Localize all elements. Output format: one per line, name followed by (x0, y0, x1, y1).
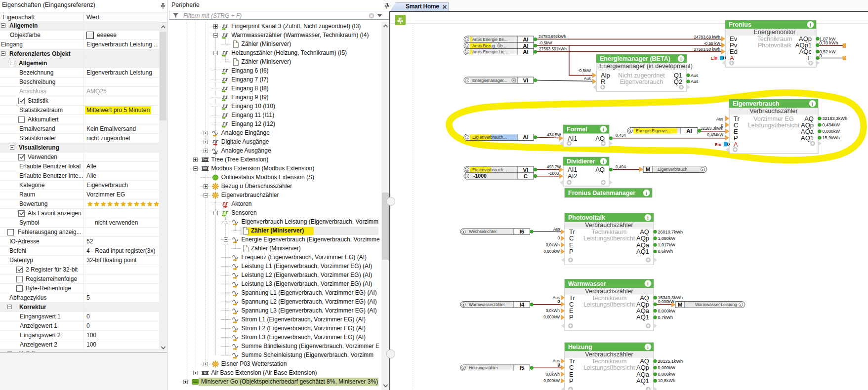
svg-text:Energiemonitor: Energiemonitor (754, 29, 796, 36)
svg-text:Fronius Datenmanager: Fronius Datenmanager (568, 190, 635, 196)
svg-text:0,434kW: 0,434kW (707, 132, 723, 137)
svg-text:Warmwasser: Warmwasser (568, 280, 606, 287)
svg-text:Verbrauchszähler: Verbrauchszähler (585, 222, 633, 229)
svg-text:i: i (467, 168, 468, 172)
svg-text:Leistungsübersicht: Leistungsübersicht (583, 364, 635, 371)
svg-text:P: P (569, 248, 574, 255)
svg-text:10,8kWh: 10,8kWh (658, 378, 676, 383)
svg-text:24783,692kWh: 24783,692kWh (538, 34, 566, 39)
svg-text:-493,7W: -493,7W (545, 164, 561, 169)
svg-text:Warmwasserzähler: Warmwasserzähler (469, 302, 505, 307)
svg-text:26010,7kWh: 26010,7kWh (658, 230, 683, 234)
svg-text:i: i (647, 215, 649, 221)
svg-text:24783,69 kWh: 24783,69 kWh (694, 35, 720, 39)
svg-text:Verbrauchszähler: Verbrauchszähler (585, 288, 633, 295)
svg-text:0,000kW: 0,000kW (658, 299, 674, 304)
svg-text:Photovoltaik: Photovoltaik (568, 214, 605, 221)
svg-text:Eig enverbrauch...: Eig enverbrauch... (472, 167, 507, 172)
svg-text:0,434kW: 0,434kW (823, 122, 840, 127)
svg-text:i: i (467, 50, 468, 54)
svg-text:C: C (524, 173, 528, 179)
svg-text:AI2: AI2 (568, 172, 578, 180)
svg-text:i: i (467, 44, 468, 48)
svg-text:Energiemanager...: Energiemanager... (472, 78, 507, 83)
svg-text:0,000kW: 0,000kW (543, 378, 560, 383)
svg-text:0,000kW: 0,000kW (543, 249, 560, 254)
svg-text:Aus: Aus (553, 227, 560, 232)
svg-text:Wechselrichter: Wechselrichter (469, 229, 497, 234)
svg-text:Verbrauchszähler: Verbrauchszähler (585, 351, 633, 358)
svg-text:27563,501kWh: 27563,501kWh (539, 46, 567, 51)
svg-text:Energiemanager (BETA): Energiemanager (BETA) (600, 55, 670, 62)
svg-text:i: i (703, 168, 703, 172)
svg-text:i: i (680, 56, 682, 62)
svg-text:Energie Eigenve...: Energie Eigenve... (636, 128, 670, 133)
svg-text:0,7kWh: 0,7kWh (658, 315, 673, 320)
svg-text:Fronius: Fronius (729, 21, 751, 28)
svg-text:M: M (646, 166, 651, 172)
svg-text:Heizungszähler: Heizungszähler (469, 365, 498, 370)
svg-text:Verbrauchszähler: Verbrauchszähler (749, 108, 797, 115)
svg-text:i: i (467, 78, 468, 82)
svg-text:Leistungsübersicht: Leistungsübersicht (583, 301, 635, 308)
svg-text:i: i (741, 303, 742, 307)
svg-text:Aus: Aus (691, 79, 699, 84)
svg-text:-0,5kW: -0,5kW (578, 68, 591, 73)
svg-text:i: i (467, 174, 468, 178)
svg-text:27563,50 kWh: 27563,50 kWh (694, 47, 720, 52)
svg-text:0,0kWh: 0,0kWh (546, 308, 560, 313)
svg-text:32183,3kWh: 32183,3kWh (700, 126, 723, 131)
svg-text:1,080kW: 1,080kW (658, 236, 676, 241)
svg-text:1,017kW: 1,017kW (658, 242, 676, 247)
svg-text:Tree: Tree (203, 158, 208, 161)
svg-text:i: i (467, 38, 468, 41)
svg-text:AQ: AQ (595, 135, 605, 142)
svg-text:VI: VI (523, 167, 529, 173)
svg-text:Ein: Ein (715, 142, 721, 147)
svg-text:0,52 kW: 0,52 kW (820, 49, 836, 54)
svg-text:0,6kWh: 0,6kWh (658, 249, 673, 254)
svg-text:28125,1kWh: 28125,1kWh (658, 359, 683, 364)
svg-text:I4: I4 (519, 302, 524, 308)
svg-text:i: i (810, 22, 811, 28)
svg-text:Amis Energie Lie...: Amis Energie Lie... (472, 49, 508, 54)
svg-text:i: i (603, 159, 604, 164)
svg-text:-1000: -1000 (473, 173, 487, 179)
svg-text:Q2: Q2 (674, 78, 682, 85)
svg-text:Dividierer: Dividierer (567, 158, 595, 165)
svg-text:R: R (601, 78, 605, 85)
svg-text:Eigenverbrauch: Eigenverbrauch (658, 167, 687, 172)
svg-text:Amis Energie Be...: Amis Energie Be... (472, 37, 507, 42)
svg-text:I6: I6 (519, 229, 524, 234)
svg-text:Ein: Ein (711, 56, 717, 61)
svg-text:0: 0 (557, 235, 560, 240)
svg-text:VI: VI (523, 78, 529, 83)
svg-text:Heizung: Heizung (568, 344, 592, 351)
svg-text:Technikraum: Technikraum (592, 229, 627, 235)
svg-text:P: P (569, 377, 574, 385)
svg-text:i: i (467, 136, 468, 140)
svg-text:0,000kW: 0,000kW (658, 372, 676, 377)
svg-text:0,000kW: 0,000kW (543, 314, 560, 319)
svg-text:0,000kW: 0,000kW (658, 365, 676, 370)
svg-text:i: i (603, 127, 604, 132)
svg-text:0,000kW: 0,000kW (823, 129, 840, 134)
svg-text:0,494: 0,494 (616, 164, 626, 169)
svg-text:Vorzimmer EG: Vorzimmer EG (753, 116, 793, 122)
svg-text:i: i (647, 345, 649, 350)
svg-text:Aus: Aus (716, 117, 723, 121)
svg-text:0,434: 0,434 (616, 133, 626, 138)
svg-text:i: i (463, 230, 464, 234)
svg-text:I5: I5 (519, 365, 524, 371)
svg-text:MB: MB (203, 167, 207, 170)
svg-text:0,70 kWh: 0,70 kWh (820, 40, 838, 45)
svg-text:Eig enverbrauch...: Eig enverbrauch... (472, 135, 507, 140)
svg-text:M: M (678, 302, 683, 308)
svg-text:Energiemanager (in development: Energiemanager (in development) (599, 63, 693, 70)
svg-text:32183,3kWh: 32183,3kWh (823, 116, 848, 121)
svg-text:Technikraum: Technikraum (757, 36, 792, 42)
svg-text:Aus: Aus (584, 76, 591, 81)
svg-text:AI: AI (523, 37, 529, 42)
svg-text:i: i (630, 129, 631, 133)
svg-text:AI: AI (523, 134, 529, 140)
